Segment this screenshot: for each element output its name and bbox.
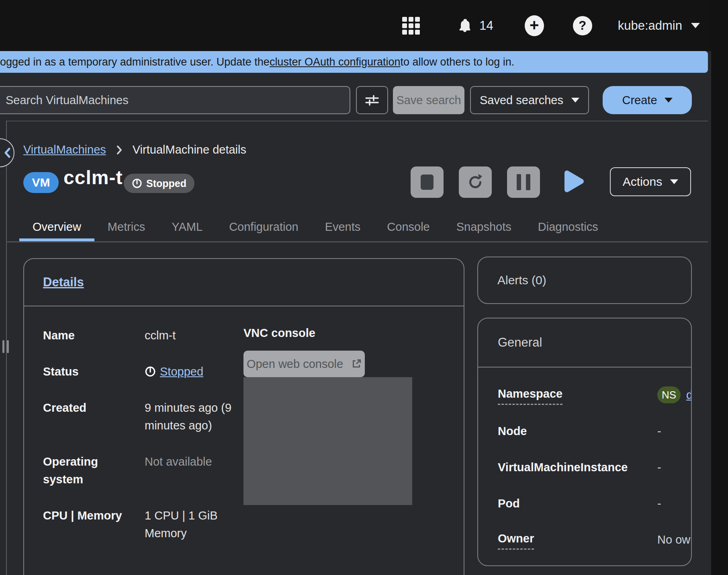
- open-web-console-label: Open web console: [247, 357, 343, 371]
- vm-details-page: 14 + ? kube:admin ogged in as a temporar…: [0, 0, 728, 575]
- detail-label: Name: [43, 327, 123, 344]
- pause-icon: [517, 174, 521, 190]
- general-value-node: -: [657, 422, 661, 440]
- general-card-header: General: [478, 318, 691, 368]
- pause-vm-button[interactable]: [507, 166, 540, 198]
- breadcrumb-virtualmachines-link[interactable]: VirtualMachines: [23, 143, 106, 156]
- chevron-left-icon: [4, 148, 10, 158]
- advanced-filters-button[interactable]: [356, 86, 388, 114]
- apps-grid-icon: [402, 17, 420, 35]
- create-button[interactable]: Create: [603, 86, 692, 114]
- tab-yaml[interactable]: YAML: [158, 212, 216, 241]
- external-link-icon: [351, 359, 362, 369]
- caret-down-icon: [691, 23, 700, 28]
- tab-metrics[interactable]: Metrics: [94, 212, 158, 241]
- breadcrumb-current: VirtualMachine details: [133, 143, 246, 156]
- namespace-link[interactable]: defau: [686, 386, 692, 404]
- vm-status-label: Stopped: [146, 178, 186, 189]
- window-edge: [711, 0, 728, 575]
- detail-value: cclm-t: [145, 327, 234, 344]
- question-circle-icon: ?: [573, 16, 592, 35]
- status-stopped-link[interactable]: Stopped: [160, 363, 203, 380]
- panel-resize-handle[interactable]: [2, 340, 9, 353]
- namespace-badge: NS: [657, 386, 681, 403]
- banner-text-before: ogged in as a temporary administrative u…: [0, 56, 270, 68]
- power-off-icon: [132, 178, 142, 189]
- saved-searches-dropdown[interactable]: Saved searches: [470, 86, 589, 114]
- detail-row-cpu-memory: CPU | Memory 1 CPU | 1 GiB Memory: [43, 507, 464, 542]
- stop-vm-button[interactable]: [411, 166, 444, 198]
- user-menu[interactable]: kube:admin: [618, 18, 700, 33]
- vnc-console-preview: [243, 377, 412, 505]
- masthead: 14 + ? kube:admin: [0, 0, 728, 51]
- start-vm-button[interactable]: [563, 169, 585, 195]
- caret-down-icon: [670, 179, 678, 184]
- general-card: General Namespace NS defau Node - Virtua…: [477, 318, 692, 566]
- oauth-configuration-link[interactable]: cluster OAuth configuration: [270, 56, 401, 68]
- detail-label: Operating system: [43, 453, 123, 488]
- caret-down-icon: [665, 98, 673, 103]
- general-value-namespace: NS defau: [657, 386, 692, 404]
- detail-value: 1 CPU | 1 GiB Memory: [145, 507, 234, 542]
- tab-snapshots[interactable]: Snapshots: [443, 212, 525, 241]
- alerts-card: Alerts (0): [477, 257, 692, 304]
- help-button[interactable]: ?: [573, 16, 592, 35]
- general-row-owner: Owner No owner: [498, 531, 691, 566]
- vm-kind-badge: VM: [23, 172, 59, 193]
- chevron-right-icon: [117, 146, 122, 154]
- details-link[interactable]: Details: [43, 275, 84, 290]
- detail-value: 9 minutes ago (9 minutes ago): [145, 399, 234, 434]
- general-row-namespace: Namespace NS defau: [498, 386, 691, 422]
- breadcrumb: VirtualMachines VirtualMachine details: [23, 143, 246, 156]
- save-search-button[interactable]: Save search: [393, 86, 464, 114]
- create-label: Create: [622, 94, 657, 107]
- detail-value: Not available: [145, 453, 234, 488]
- general-label-vmi: VirtualMachineInstance: [498, 458, 628, 476]
- tab-console[interactable]: Console: [374, 212, 443, 241]
- detail-label: Created: [43, 399, 123, 434]
- banner-text-after: to allow others to log in.: [401, 56, 515, 68]
- general-value-pod: -: [657, 495, 661, 512]
- general-label-namespace: Namespace: [498, 386, 562, 405]
- notification-count: 14: [479, 18, 493, 33]
- general-row-node: Node -: [498, 422, 691, 458]
- open-web-console-button[interactable]: Open web console: [243, 351, 365, 377]
- alerts-heading: Alerts (0): [497, 273, 546, 287]
- general-row-pod: Pod -: [498, 495, 691, 531]
- detail-label: Status: [43, 363, 123, 380]
- vm-tabs: Overview Metrics YAML Configuration Even…: [6, 212, 708, 242]
- tab-configuration[interactable]: Configuration: [216, 212, 312, 241]
- details-card: Details Name cclm-t Status Stopped Creat…: [23, 258, 464, 575]
- saved-searches-label: Saved searches: [480, 94, 563, 107]
- actions-label: Actions: [623, 175, 662, 189]
- general-label-pod: Pod: [498, 495, 520, 512]
- app-launcher-button[interactable]: [402, 17, 420, 35]
- vnc-console-heading: VNC console: [243, 327, 315, 340]
- quick-create-button[interactable]: +: [525, 15, 544, 36]
- username: kube:admin: [618, 18, 682, 33]
- page-title: cclm-t: [63, 166, 123, 189]
- general-heading: General: [498, 335, 542, 350]
- collapse-panel-button[interactable]: [0, 138, 14, 167]
- actions-dropdown[interactable]: Actions: [610, 167, 691, 196]
- notifications-button[interactable]: 14: [457, 18, 493, 34]
- detail-value: Stopped: [145, 363, 234, 380]
- tab-events[interactable]: Events: [312, 212, 374, 241]
- restart-vm-button[interactable]: [459, 166, 492, 198]
- general-label-node: Node: [498, 422, 527, 440]
- tab-diagnostics[interactable]: Diagnostics: [525, 212, 611, 241]
- search-input[interactable]: [0, 86, 350, 114]
- general-card-body: Namespace NS defau Node - VirtualMachine…: [478, 368, 691, 566]
- general-value-vmi: -: [657, 458, 661, 476]
- tab-overview[interactable]: Overview: [19, 212, 94, 241]
- login-info-banner: ogged in as a temporary administrative u…: [0, 51, 708, 73]
- plus-circle-icon: +: [525, 15, 544, 36]
- general-value-owner: No owner: [657, 531, 692, 548]
- power-off-icon: [145, 366, 156, 377]
- general-label-owner: Owner: [498, 531, 534, 550]
- sliders-icon: [365, 94, 379, 106]
- vm-status-badge[interactable]: Stopped: [124, 174, 194, 193]
- content-divider: [6, 121, 708, 121]
- restart-icon: [466, 173, 484, 191]
- stop-icon: [421, 175, 434, 190]
